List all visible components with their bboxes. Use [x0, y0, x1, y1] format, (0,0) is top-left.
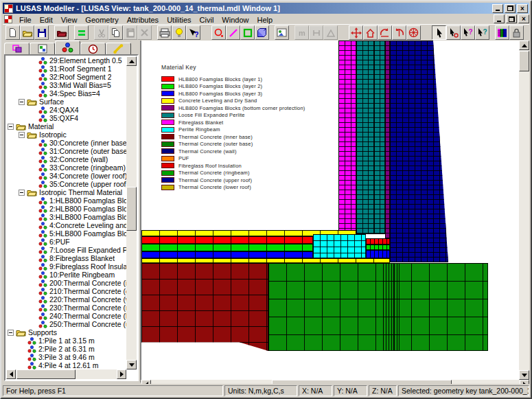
tree-item[interactable]: 24:QAX4	[6, 106, 126, 114]
tree-item[interactable]: 6:PUF	[6, 238, 126, 246]
model-canvas[interactable]: Material Key HLB800 Foamglas Blocks (lay…	[141, 41, 523, 380]
view-scroll-up-icon[interactable]	[519, 41, 529, 50]
paste-button[interactable]	[123, 25, 137, 40]
new-file-button[interactable]	[5, 25, 20, 40]
rotate-view-x-button[interactable]	[378, 25, 392, 40]
collapse-icon[interactable]	[19, 190, 25, 196]
collapse-icon[interactable]	[8, 330, 14, 336]
tree-item[interactable]: 35:QXF4	[6, 114, 126, 122]
tree-folder-material[interactable]: Material	[6, 122, 126, 130]
tree-folder-surface[interactable]: Surface	[6, 98, 126, 106]
close-button[interactable]: ×	[517, 4, 528, 13]
query-cursor-2-button[interactable]: ?	[475, 25, 489, 40]
tree-item[interactable]: 9:Fibreglass Roof Insulation	[6, 262, 126, 271]
menu-file[interactable]: File	[15, 15, 36, 25]
loadcases-tab[interactable]	[80, 43, 106, 54]
delete-button[interactable]	[137, 25, 152, 40]
mesh-toggle-button[interactable]	[495, 25, 509, 40]
tree-item[interactable]: 33:Concrete (ringbeam)	[6, 163, 126, 172]
utilities-tab[interactable]	[106, 43, 131, 54]
open-model-button[interactable]	[54, 25, 69, 40]
tree-item[interactable]: 32:Roof Segment 2	[6, 73, 126, 81]
tree-item[interactable]: 4:Pile 4 at 12.61 m	[6, 361, 126, 369]
restore-button[interactable]	[505, 4, 516, 13]
beam-button[interactable]	[309, 25, 323, 40]
menu-window[interactable]: Window	[218, 15, 253, 25]
print-button[interactable]	[157, 25, 172, 40]
tree-item[interactable]: 210:Thermal Concrete (outer base)	[6, 287, 126, 295]
tree-folder-supports[interactable]: Supports	[6, 328, 126, 337]
line-geometry-button[interactable]	[226, 25, 240, 40]
context-help-button[interactable]: ?	[186, 25, 200, 40]
view-vscroll-thumb[interactable]	[519, 51, 529, 71]
select-cursor-button[interactable]	[432, 25, 446, 40]
point-geometry-button[interactable]	[211, 25, 226, 40]
tree-scroll-left-icon[interactable]	[6, 369, 16, 379]
tree-item[interactable]: 240:Thermal Concrete (lower roof)	[6, 312, 126, 320]
tree-item[interactable]: 200:Thermal Concrete (inner base)	[6, 279, 126, 287]
tree-item[interactable]: 1:Pile 1 at 3.15 m	[6, 337, 126, 345]
tree-item[interactable]: 7:Loose Fill Expanded Perlite	[6, 246, 126, 254]
equivalence-button[interactable]	[74, 25, 89, 40]
menu-attributes[interactable]: Attributes	[123, 15, 163, 25]
surface-geometry-button[interactable]	[240, 25, 255, 40]
lock-selection-button[interactable]	[509, 25, 524, 40]
mass-button[interactable]: m	[294, 25, 309, 40]
tree-item[interactable]: 230:Thermal Concrete (ringbeam)	[6, 304, 126, 312]
tree-item[interactable]: 2:Pile 2 at 6.31 m	[6, 345, 126, 353]
tree-item[interactable]: 34:Concrete (lower roof)	[6, 172, 126, 180]
tree-folder-isotropic-thermal-material[interactable]: Isotropic Thermal Material	[6, 188, 126, 196]
tree-item[interactable]: 250:Thermal Concrete (upper roof)	[6, 320, 126, 328]
tree-scroll-right-icon[interactable]	[117, 369, 126, 379]
tree-item[interactable]: 29:Element Length 0.5	[6, 56, 126, 65]
rotate-view-y-button[interactable]	[392, 25, 406, 40]
view-scroll-down-icon[interactable]	[519, 370, 529, 380]
tree-item[interactable]: 1:HLB800 Foamglas Blocks (layer 1)	[6, 196, 126, 205]
tree-folder-isotropic[interactable]: Isotropic	[6, 130, 126, 139]
menu-view[interactable]: View	[57, 15, 82, 25]
menu-geometry[interactable]: Geometry	[81, 15, 122, 25]
zoom-wheel-button[interactable]	[406, 25, 421, 40]
query-cursor-button[interactable]: ?	[461, 25, 475, 40]
copy-button[interactable]	[108, 25, 123, 40]
tree-item[interactable]: 4:Concrete Leveling and Dry Sand	[6, 221, 126, 229]
menu-help[interactable]: Help	[253, 15, 277, 25]
menu-utilities[interactable]: Utilities	[163, 15, 195, 25]
tree-item[interactable]: 2:HLB800 Foamglas Blocks (layer 2)	[6, 205, 126, 213]
collapse-icon[interactable]	[8, 124, 14, 130]
tree-hscroll-thumb[interactable]	[16, 369, 76, 379]
volume-geometry-button[interactable]	[255, 25, 269, 40]
tree-item[interactable]: 8:Fibreglass Blanket	[6, 254, 126, 262]
mdi-minimize-button[interactable]	[494, 14, 505, 23]
tree-item[interactable]: 31:Concrete (outer base)	[6, 147, 126, 155]
tree-hscrollbar[interactable]	[6, 369, 126, 379]
select-add-cursor-button[interactable]	[446, 25, 461, 40]
collapse-icon[interactable]	[19, 132, 25, 138]
open-file-button[interactable]	[20, 25, 34, 40]
tree-scroll-up-icon[interactable]	[126, 56, 137, 66]
attributes-tab[interactable]	[55, 41, 80, 54]
menu-edit[interactable]: Edit	[36, 15, 57, 25]
layers-tab[interactable]	[4, 43, 30, 54]
tree-item[interactable]: 33:Mid Wall Bias=5	[6, 81, 126, 89]
tree-item[interactable]: 220:Thermal Concrete (wall)	[6, 295, 126, 304]
tree-item[interactable]: 34:Spec Bias=4	[6, 89, 126, 98]
render-bulb-button[interactable]	[172, 25, 186, 40]
tree-item[interactable]: 3:Pile 3 at 9.46 m	[6, 353, 126, 361]
mdi-close-button[interactable]: ×	[518, 14, 529, 23]
tree-item[interactable]: 5:HLB800 Foamglas Blocks (bottom corner)	[6, 229, 126, 238]
tree-item[interactable]: 32:Concrete (wall)	[6, 155, 126, 163]
tree-item[interactable]: 31:Roof Segment 1	[6, 65, 126, 73]
view-vscrollbar[interactable]	[519, 41, 529, 380]
home-view-button[interactable]	[363, 25, 378, 40]
tree-vscrollbar[interactable]	[126, 56, 137, 369]
collapse-icon[interactable]	[19, 99, 25, 105]
image-button[interactable]	[275, 25, 289, 40]
menu-civil[interactable]: Civil	[196, 15, 218, 25]
tree-item[interactable]: 30:Concrete (inner base)	[6, 139, 126, 147]
tree-item[interactable]: 10:Perlite Ringbeam	[6, 271, 126, 279]
tree-scroll-down-icon[interactable]	[126, 360, 137, 369]
minimize-button[interactable]	[492, 4, 503, 13]
groups-tab[interactable]	[30, 43, 55, 54]
shell-button[interactable]	[323, 25, 338, 40]
